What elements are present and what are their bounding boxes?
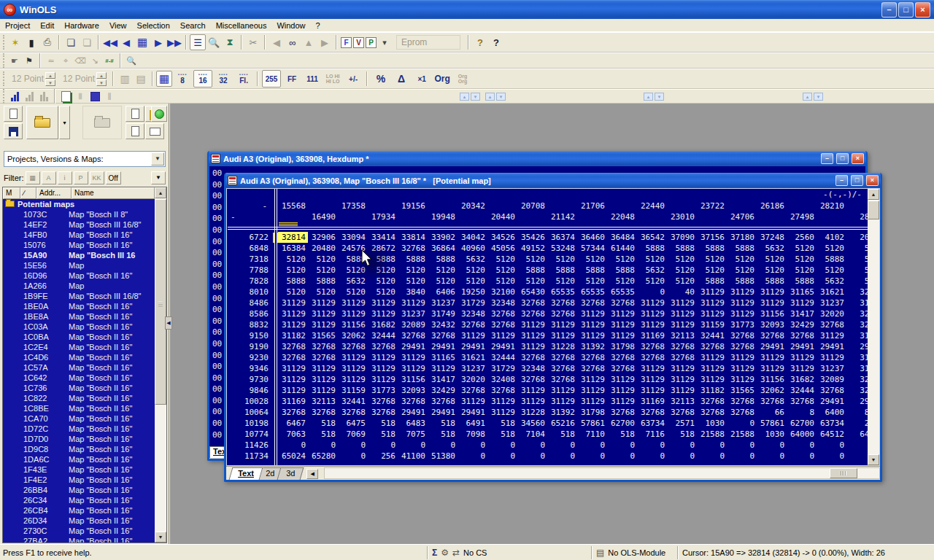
map-cell[interactable]: 32768 [787, 330, 817, 341]
map-cell[interactable]: 32768 [637, 341, 667, 352]
map-cell[interactable]: 32768 [577, 363, 607, 374]
map-cell[interactable]: 5120 [428, 265, 458, 276]
list-item[interactable]: 1F43EMap "Bosch II 16" [3, 464, 155, 475]
map-cell[interactable]: 0 [607, 440, 637, 451]
print-icon[interactable]: ⎙ [39, 34, 55, 50]
filter-button-0[interactable]: ▦ [26, 171, 40, 184]
online-button[interactable] [151, 106, 167, 122]
map-cell[interactable]: 5632 [817, 276, 846, 287]
map-cell[interactable]: 31129 [547, 319, 577, 330]
map-cell[interactable]: 29491 [757, 341, 787, 352]
menu-[interactable]: ? [311, 20, 325, 31]
map-cell[interactable]: 31129 [368, 298, 398, 308]
map-col-header[interactable]: 23722 [697, 201, 727, 211]
list-item[interactable]: 1C03AMap "Bosch II 16" [3, 322, 155, 332]
map-col-header[interactable]: 21706 [577, 201, 607, 211]
map-cell[interactable]: 31129 [487, 330, 517, 341]
map-move-icon[interactable]: ↘ [88, 54, 102, 67]
map-cell[interactable]: 65024 [278, 451, 308, 462]
map-wizard-icon[interactable]: ⚑ [22, 54, 36, 67]
bit-mode-8[interactable]: ▪▪▪▪8 [173, 70, 192, 88]
filter-button-1[interactable]: A [42, 171, 56, 184]
eprom-field[interactable]: Eprom [396, 35, 460, 50]
map-cell[interactable]: 5632 [458, 254, 487, 265]
map-cell[interactable]: 63734 [637, 418, 667, 429]
map-cell[interactable]: 31169 [637, 330, 667, 341]
map-cell[interactable]: 32444 [368, 330, 398, 341]
map-cell[interactable]: 29491 [787, 341, 817, 352]
map-cell[interactable]: 31156 [757, 374, 787, 385]
list-item[interactable]: 26D34Map "Bosch II 16" [3, 516, 155, 526]
map-cell[interactable]: 32768 [607, 407, 637, 418]
map-col-header[interactable]: 20342 [458, 201, 487, 211]
map-cell[interactable]: 31565 [727, 385, 757, 396]
map-cell[interactable]: 31798 [607, 341, 637, 352]
map-cell[interactable]: 0 [667, 440, 697, 451]
map-cell[interactable]: 0 [517, 440, 547, 451]
map-cell[interactable]: 32768 [577, 298, 607, 308]
map-cell[interactable]: 32768 [547, 374, 577, 385]
map-cell[interactable]: 32768 [458, 385, 487, 396]
map-cell[interactable]: 33814 [398, 232, 428, 243]
map-row-label[interactable]: 9846 [228, 385, 273, 396]
map-cell[interactable]: 33094 [338, 232, 368, 243]
map-cell[interactable]: 5120 [817, 243, 846, 254]
filter-button-4[interactable]: KK [90, 171, 104, 184]
map-cell[interactable]: 32768 [368, 396, 398, 407]
map-cell[interactable]: 0 [727, 418, 757, 429]
map-cell[interactable]: 31129 [697, 287, 727, 298]
map-cell[interactable]: 324 [846, 374, 868, 385]
map-cell[interactable]: 31129 [278, 385, 308, 396]
map-col-header[interactable]: 24706 [727, 211, 757, 222]
map-cell[interactable]: 31129 [637, 385, 667, 396]
map-cell[interactable]: 5888 [727, 243, 757, 254]
map-cell[interactable]: 34560 [517, 418, 547, 429]
map-col-header[interactable]: 17358 [338, 201, 368, 211]
map-cell[interactable]: 51 [846, 265, 868, 276]
scroll-up-icon[interactable]: ▲ [155, 187, 166, 198]
last-version-icon[interactable]: ▶▶ [166, 34, 182, 50]
map-cell[interactable]: 31392 [577, 341, 607, 352]
map-cell[interactable]: 5632 [637, 265, 667, 276]
map-cell[interactable]: 0 [817, 440, 846, 451]
map-cell[interactable]: 3840 [398, 287, 428, 298]
map-close-button[interactable]: × [866, 175, 879, 186]
map-cell[interactable]: 32768 [398, 330, 428, 341]
map-cell[interactable]: 518 [368, 429, 398, 440]
map-cell[interactable]: 31129 [757, 352, 787, 363]
map-cell[interactable]: 0 [667, 451, 697, 462]
map-cell[interactable]: 65430 [517, 287, 547, 298]
map-col-header[interactable]: 16490 [308, 211, 338, 222]
map-cell[interactable]: 32768 [787, 396, 817, 407]
list-item[interactable]: 1A266Map [3, 281, 155, 291]
map-cell[interactable]: 0 [577, 451, 607, 462]
map-cell[interactable]: 0 [517, 451, 547, 462]
map-cell[interactable]: 4102 [817, 232, 846, 243]
map-col-header[interactable] [428, 201, 458, 211]
map-cell[interactable]: 0 [727, 451, 757, 462]
axis-stepper[interactable]: ▲▼ [644, 93, 664, 101]
map-cell[interactable]: 5120 [757, 265, 787, 276]
combo-dropdown-icon[interactable]: ▼ [151, 152, 164, 166]
list-item[interactable]: 1DA6CMap "Bosch II 16" [3, 454, 155, 464]
map-cell[interactable]: 32020 [817, 308, 846, 319]
row-spacing-icon[interactable]: ⫼ [102, 90, 117, 103]
map-col-header[interactable]: 27498 [787, 211, 817, 222]
list-item[interactable]: 1C736Map "Bosch II 16" [3, 383, 155, 393]
map-col-header[interactable] [637, 211, 667, 222]
map-cell[interactable]: 31129 [817, 352, 846, 363]
map-cell[interactable]: 32768 [278, 352, 308, 363]
map-cell[interactable]: 31129 [697, 352, 727, 363]
value-box-icon[interactable]: V [353, 37, 364, 48]
map-cell[interactable]: 5120 [428, 276, 458, 287]
map-cell[interactable]: 5120 [547, 254, 577, 265]
map-cell[interactable]: 31129 [637, 363, 667, 374]
filter-button-3[interactable]: P [74, 171, 88, 184]
map-cell[interactable]: 65535 [607, 287, 637, 298]
map-cell[interactable]: 7110 [577, 429, 607, 440]
map-cell[interactable]: 32062 [338, 330, 368, 341]
map-cell[interactable]: 32768 [308, 407, 338, 418]
map-cell[interactable]: 32768 [517, 308, 547, 319]
map-cell[interactable]: 16384 [278, 243, 308, 254]
map-col-header[interactable]: 23010 [667, 211, 697, 222]
